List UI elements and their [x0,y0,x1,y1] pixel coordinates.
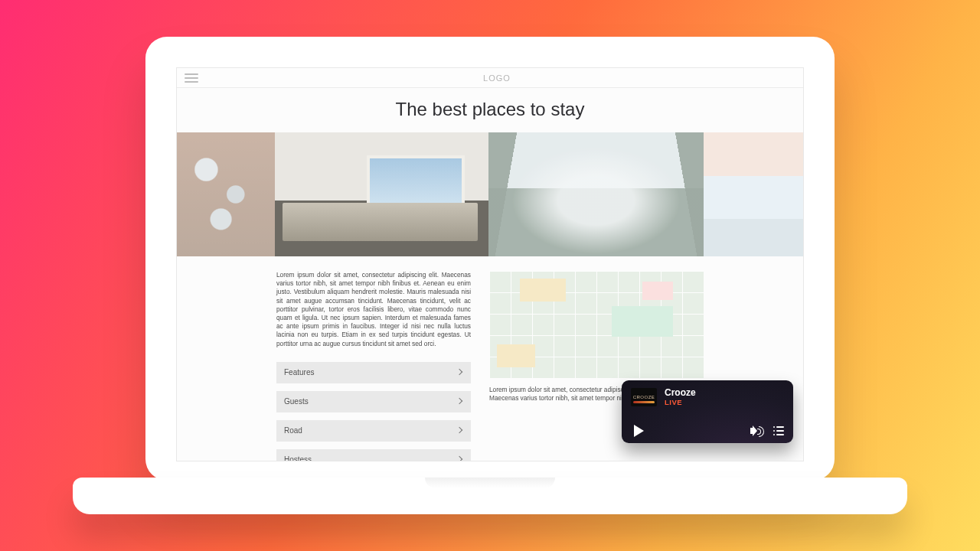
website-screen: LOGO The best places to stay Lorem ipsum… [176,67,804,461]
player-info-row: CROOZE Crooze LIVE [631,388,784,406]
accordion-item-features[interactable]: Features [276,362,471,383]
page-title: The best places to stay [177,88,803,132]
player-live-badge: LIVE [665,398,696,406]
player-controls-row [631,425,784,437]
playlist-icon[interactable] [773,426,784,435]
laptop-base [73,478,907,514]
site-header: LOGO [177,68,803,88]
player-station-name: Crooze [665,388,696,398]
chevron-right-icon [456,398,463,406]
chevron-right-icon [456,427,463,435]
chevron-right-icon [456,456,463,461]
chevron-right-icon [456,369,463,377]
accordion: Features Guests Road Hostess [276,362,471,461]
player-artwork: CROOZE [631,388,657,406]
volume-icon[interactable] [750,425,763,436]
accordion-label: Road [284,426,302,435]
accordion-label: Features [284,368,314,377]
accordion-item-hostess[interactable]: Hostess [276,449,471,461]
artwork-brand-text: CROOZE [633,395,655,399]
logo-text: LOGO [198,73,795,83]
player-meta: Crooze LIVE [665,388,696,406]
accordion-item-guests[interactable]: Guests [276,391,471,412]
laptop-lid: LOGO The best places to stay Lorem ipsum… [145,37,835,481]
description-text: Lorem ipsum dolor sit amet, consectetur … [276,271,471,348]
play-icon[interactable] [634,425,644,437]
audio-player-widget[interactable]: CROOZE Crooze LIVE [622,380,793,443]
accordion-item-road[interactable]: Road [276,420,471,442]
carousel-slide[interactable] [177,132,275,256]
content-left-column: Lorem ipsum dolor sit amet, consectetur … [276,271,471,461]
menu-icon[interactable] [185,73,198,83]
accordion-label: Guests [284,397,309,406]
map-view[interactable] [489,271,704,378]
laptop-mockup: LOGO The best places to stay Lorem ipsum… [145,37,835,514]
carousel-slide-active[interactable] [275,132,488,256]
carousel-slide[interactable] [704,132,803,256]
image-carousel[interactable] [177,132,803,256]
accordion-label: Hostess [284,455,312,461]
carousel-slide[interactable] [488,132,704,256]
